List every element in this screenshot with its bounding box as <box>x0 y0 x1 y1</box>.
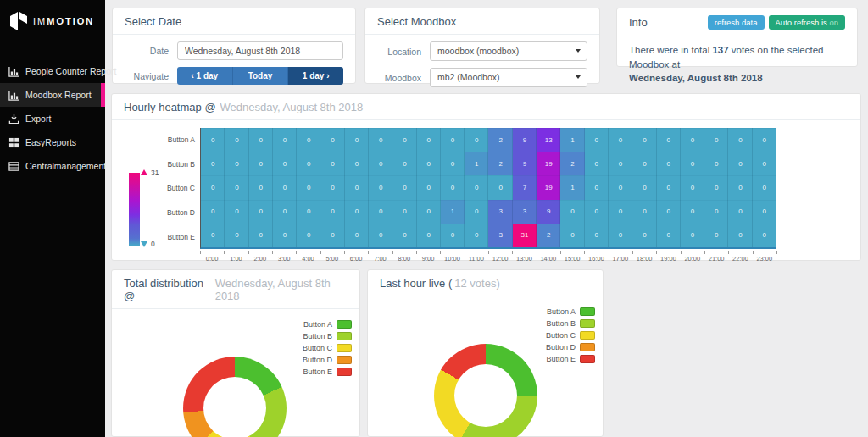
heatmap-column-label: 7:00 <box>368 255 392 263</box>
select-date-panel: Select Date Date Navigate ‹ 1 day Today … <box>112 8 356 84</box>
moodbox-select[interactable]: mb2 (Moodbox) <box>430 68 587 87</box>
legend-item: Button C <box>546 331 595 340</box>
heatmap-cell: 0 <box>632 224 656 247</box>
heatmap-cell: 0 <box>441 152 465 175</box>
heatmap-cell: 0 <box>753 200 776 224</box>
heatmap-cell: 0 <box>657 175 681 199</box>
prev-day-button[interactable]: ‹ 1 day <box>177 67 232 85</box>
heatmap-cell: 19 <box>537 175 560 199</box>
heatmap-cell: 0 <box>345 224 369 247</box>
heatmap-cell: 0 <box>632 175 656 199</box>
heatmap-column-label: 21:00 <box>704 255 728 263</box>
heatmap-cell: 0 <box>273 200 297 224</box>
heatmap-cell: 0 <box>249 200 273 224</box>
heatmap-cell: 0 <box>273 224 297 247</box>
heatmap-cell: 7 <box>513 175 537 199</box>
legend-item: Button B <box>303 332 352 340</box>
download-icon <box>8 113 19 124</box>
heatmap-cell: 0 <box>441 175 465 199</box>
sidebar-nav: People Counter Report Moodbox Report Exp… <box>0 59 105 178</box>
sidebar-item-easyreports[interactable]: EasyReports <box>0 130 105 154</box>
heatmap-cell: 0 <box>345 152 369 175</box>
hourly-heatmap: 31 0 Button AButton BButton CButton DBut… <box>112 120 860 263</box>
info-date: Wednesday, August 8th 2018 <box>629 73 763 83</box>
panel-title: Hourly heatmap @ <box>124 101 216 113</box>
heatmap-cell: 0 <box>369 128 392 152</box>
sidebar-item-moodbox-report[interactable]: Moodbox Report <box>0 83 105 107</box>
auto-refresh-toggle[interactable]: Auto refresh is on <box>769 15 845 30</box>
heatmap-row-label: Button A <box>151 128 195 152</box>
legend-swatch <box>580 343 595 351</box>
info-text-before: There were in total <box>629 45 712 55</box>
heatmap-cell: 1 <box>560 175 584 199</box>
sidebar-item-centralmanagement[interactable]: Centralmanagement <box>0 154 105 178</box>
legend-label: Button E <box>546 355 576 363</box>
heatmap-cell: 0 <box>753 175 776 199</box>
heatmap-row-label: Button B <box>151 152 195 177</box>
app-logo: IMMOTION <box>0 0 105 41</box>
heatmap-cell: 0 <box>225 175 248 199</box>
heatmap-row-label: Button C <box>151 176 195 201</box>
heatmap-column-label: 6:00 <box>344 255 368 263</box>
heatmap-cell: 0 <box>585 128 609 152</box>
heatmap-cell: 0 <box>704 224 728 247</box>
heatmap-column-label: 8:00 <box>392 255 416 263</box>
info-header: Info refresh data Auto refresh is on <box>617 8 857 36</box>
refresh-data-button[interactable]: refresh data <box>708 15 765 30</box>
bar-chart-icon <box>8 66 19 77</box>
location-select[interactable]: moodbox (moodbox) <box>430 41 587 61</box>
heatmap-cell: 0 <box>320 200 344 224</box>
sidebar-item-export[interactable]: Export <box>0 107 105 130</box>
donut-chart <box>434 344 537 437</box>
next-day-button[interactable]: 1 day › <box>287 67 343 85</box>
heatmap-cell: 0 <box>201 152 225 175</box>
heatmap-cell: 0 <box>728 200 752 224</box>
heatmap-cell: 0 <box>657 200 681 224</box>
moodbox-label: Moodbox <box>365 73 430 83</box>
heatmap-cell: 0 <box>632 200 656 224</box>
colorbar-min-marker-icon <box>141 241 147 247</box>
heatmap-cell: 0 <box>369 224 392 247</box>
legend-swatch <box>337 356 352 364</box>
main-content: Select Date Date Navigate ‹ 1 day Today … <box>105 0 868 437</box>
info-text: There were in total 137 votes on the sel… <box>617 36 857 92</box>
heatmap-cell: 2 <box>537 224 560 247</box>
heatmap-cell: 2 <box>560 152 584 175</box>
heatmap-column-label: 10:00 <box>440 255 464 263</box>
heatmap-cell: 0 <box>681 128 704 152</box>
heatmap-cell: 0 <box>369 152 392 175</box>
auto-refresh-state: on <box>829 18 838 27</box>
heatmap-cell: 0 <box>225 128 248 152</box>
heatmap-cell: 0 <box>297 152 320 175</box>
heatmap-column-label: 15:00 <box>560 255 584 263</box>
heatmap-column-label: 12:00 <box>488 255 512 263</box>
navigate-label: Navigate <box>113 71 177 81</box>
heatmap-header: Hourly heatmap @ Wednesday, August 8th 2… <box>112 94 860 120</box>
heatmap-axis-ticks <box>200 251 777 254</box>
legend-item: Button E <box>303 368 352 376</box>
sidebar-item-label: Centralmanagement <box>25 161 106 171</box>
heatmap-row-label: Button D <box>151 201 195 225</box>
heatmap-cell: 0 <box>320 152 344 175</box>
heatmap-cell: 0 <box>753 224 776 247</box>
heatmap-cell: 9 <box>513 128 537 152</box>
heatmap-cell: 0 <box>609 224 632 247</box>
heatmap-cell: 0 <box>417 152 441 175</box>
date-input[interactable] <box>177 41 343 60</box>
legend-swatch <box>337 368 352 376</box>
heatmap-cell: 0 <box>201 224 225 247</box>
heatmap-cell: 2 <box>488 128 512 152</box>
heatmap-cell: 0 <box>585 175 609 199</box>
sidebar-item-people-counter-report[interactable]: People Counter Report <box>0 59 105 83</box>
heatmap-cell: 0 <box>225 224 248 247</box>
legend-label: Button A <box>547 307 576 316</box>
panel-title: Select Date <box>125 15 181 28</box>
heatmap-cell: 0 <box>392 128 416 152</box>
heatmap-cell: 3 <box>488 224 512 247</box>
heatmap-cell: 0 <box>273 175 297 199</box>
colorbar-max-marker-icon <box>141 169 147 175</box>
heatmap-cell: 0 <box>585 200 609 224</box>
heatmap-column-label: 18:00 <box>632 255 656 263</box>
heatmap-cell: 0 <box>704 152 728 175</box>
today-button[interactable]: Today <box>232 67 288 85</box>
